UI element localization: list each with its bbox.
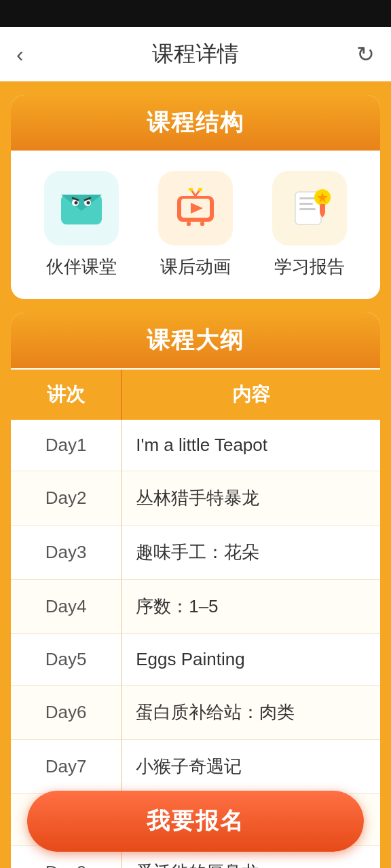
svg-point-5 xyxy=(87,201,90,205)
topbar: ‹ 课程详情 ↻ xyxy=(0,27,391,81)
svg-rect-19 xyxy=(299,203,313,205)
curriculum-header: 课程大纲 xyxy=(11,313,380,368)
partner-label: 伙伴课堂 xyxy=(46,255,117,279)
cell-day: Day3 xyxy=(11,526,122,580)
report-label: 学习报告 xyxy=(274,255,345,279)
table-row[interactable]: Day3趣味手工：花朵 xyxy=(11,526,380,580)
cell-day: Day1 xyxy=(11,420,122,471)
course-structure-title: 课程结构 xyxy=(147,109,244,135)
table-row[interactable]: Day5Eggs Painting xyxy=(11,634,380,686)
course-structure-header: 课程结构 xyxy=(11,95,380,151)
status-bar xyxy=(0,0,391,27)
col-day: 讲次 xyxy=(11,370,122,420)
table-row[interactable]: Day1I'm a little Teapot xyxy=(11,420,380,471)
features-row: 伙伴课堂 xyxy=(11,151,380,299)
svg-point-4 xyxy=(75,201,78,205)
table-row[interactable]: Day4序数：1–5 xyxy=(11,580,380,634)
cell-content: 序数：1–5 xyxy=(122,580,380,634)
cell-content: 蛋白质补给站：肉类 xyxy=(122,686,380,740)
partner-icon-box xyxy=(44,171,119,245)
enroll-button[interactable]: 我要报名 xyxy=(27,791,364,852)
feature-report[interactable]: 学习报告 xyxy=(272,171,347,279)
table-header-row: 讲次 内容 xyxy=(11,370,380,420)
table-row[interactable]: Day2丛林猎手特暴龙 xyxy=(11,471,380,526)
feature-partner[interactable]: 伙伴课堂 xyxy=(44,171,119,279)
refresh-button[interactable]: ↻ xyxy=(356,41,375,67)
svg-rect-16 xyxy=(200,222,204,226)
svg-rect-23 xyxy=(320,204,325,214)
table-row[interactable]: Day6蛋白质补给站：肉类 xyxy=(11,686,380,740)
partner-icon xyxy=(58,188,105,229)
col-content: 内容 xyxy=(122,370,380,420)
page-title: 课程详情 xyxy=(152,39,239,69)
main-content: 课程结构 xyxy=(0,81,391,868)
animation-label: 课后动画 xyxy=(160,255,231,279)
cell-content: 丛林猎手特暴龙 xyxy=(122,471,380,526)
curriculum-title: 课程大纲 xyxy=(147,327,244,353)
back-button[interactable]: ‹ xyxy=(16,42,24,67)
animation-icon xyxy=(172,188,219,229)
cell-content: I'm a little Teapot xyxy=(122,420,380,471)
report-icon xyxy=(286,188,333,229)
cell-day: Day4 xyxy=(11,580,122,634)
cell-day: Day2 xyxy=(11,471,122,526)
svg-rect-15 xyxy=(187,222,191,226)
cell-day: Day6 xyxy=(11,686,122,740)
svg-rect-20 xyxy=(299,208,316,210)
animation-icon-box xyxy=(158,171,233,245)
cell-content: Eggs Painting xyxy=(122,634,380,686)
feature-animation[interactable]: 课后动画 xyxy=(158,171,233,279)
report-icon-box xyxy=(272,171,347,245)
bottom-bar: 我要报名 xyxy=(0,781,391,868)
cell-day: Day5 xyxy=(11,634,122,686)
course-structure-card: 课程结构 xyxy=(11,95,380,299)
cell-content: 趣味手工：花朵 xyxy=(122,526,380,580)
